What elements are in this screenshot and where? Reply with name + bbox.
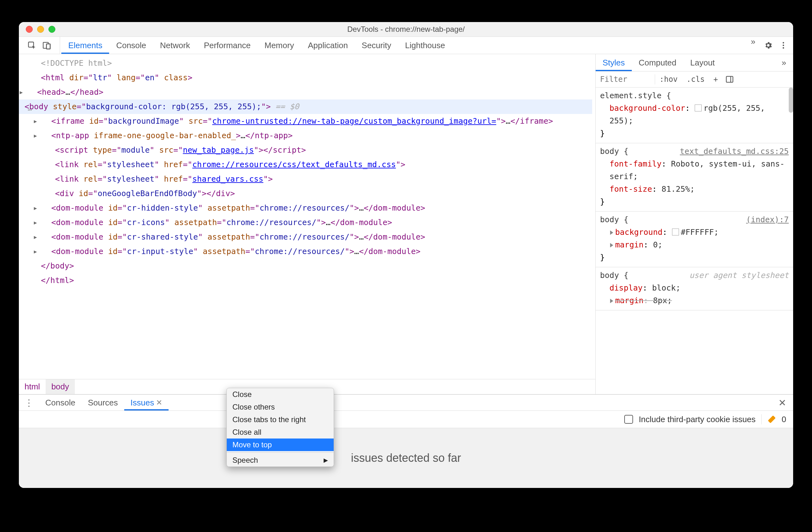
device-toggle-icon[interactable]	[42, 41, 52, 50]
close-window-icon[interactable]	[26, 26, 33, 33]
context-menu[interactable]: CloseClose othersClose tabs to the right…	[227, 388, 334, 467]
styles-tab-layout[interactable]: Layout	[683, 54, 722, 71]
close-tab-icon[interactable]: ✕	[156, 398, 162, 407]
window-title: DevTools - chrome://new-tab-page/	[19, 25, 793, 34]
dom-node[interactable]: <link rel="stylesheet" href="shared_vars…	[22, 172, 592, 186]
expand-caret-icon[interactable]	[31, 85, 37, 99]
dom-node[interactable]: <head>…</head>	[22, 85, 592, 99]
elements-panel: <!DOCTYPE html><html dir="ltr" lang="en"…	[19, 54, 596, 394]
drawer-tab-sources[interactable]: Sources	[82, 395, 124, 410]
tab-security[interactable]: Security	[355, 37, 398, 54]
expand-caret-icon[interactable]	[46, 201, 51, 215]
issues-body: issues detected so far	[19, 428, 793, 488]
drawer-close-icon[interactable]: ✕	[771, 397, 793, 408]
include-third-party-label: Include third-party cookie issues	[639, 415, 755, 424]
context-menu-item[interactable]: Move to top	[227, 438, 334, 451]
expand-caret-icon[interactable]	[19, 99, 25, 114]
css-rule[interactable]: body {(index):7background: #FFFFFF;margi…	[596, 212, 793, 267]
context-menu-item[interactable]: Close tabs to the right	[227, 413, 334, 426]
css-declaration[interactable]: margin: 0;	[609, 239, 789, 251]
svg-point-4	[783, 42, 784, 44]
rule-source-link[interactable]: text_defaults_md.css:25	[680, 145, 789, 158]
styles-tab-styles[interactable]: Styles	[596, 54, 632, 71]
tab-elements[interactable]: Elements	[61, 37, 109, 54]
context-menu-item[interactable]: Speech▶	[227, 454, 334, 466]
drawer-tab-console[interactable]: Console	[39, 395, 82, 410]
css-declaration[interactable]: margin: 8px;	[609, 294, 789, 307]
dom-node[interactable]: <script type="module" src="new_tab_page.…	[22, 143, 592, 157]
css-declaration[interactable]: font-size: 81.25%;	[609, 183, 789, 195]
include-third-party-checkbox[interactable]	[624, 415, 633, 424]
css-declaration[interactable]: display: block;	[609, 282, 789, 294]
expand-caret-icon[interactable]	[46, 114, 51, 128]
rule-source-link[interactable]: (index):7	[746, 213, 789, 226]
expand-caret-icon[interactable]	[46, 128, 51, 143]
issues-toolbar: Include third-party cookie issues 0	[19, 411, 793, 428]
expand-caret-icon[interactable]	[46, 230, 51, 244]
drawer: ⋮ ConsoleSourcesIssues✕ ✕ Include third-…	[19, 394, 793, 488]
expand-caret-icon[interactable]	[46, 215, 51, 230]
css-declaration[interactable]: font-family: Roboto, system-ui, sans-ser…	[609, 158, 789, 183]
tab-network[interactable]: Network	[153, 37, 197, 54]
tab-memory[interactable]: Memory	[258, 37, 301, 54]
tab-lighthouse[interactable]: Lighthouse	[398, 37, 452, 54]
styles-tab-computed[interactable]: Computed	[632, 54, 683, 71]
dom-node[interactable]: <html dir="ltr" lang="en" class>	[22, 71, 592, 85]
breadcrumb-html[interactable]: html	[19, 379, 46, 394]
minimize-window-icon[interactable]	[37, 26, 44, 33]
dom-node[interactable]: <ntp-app iframe-one-google-bar-enabled_>…	[22, 128, 592, 143]
settings-icon[interactable]	[764, 41, 773, 50]
dom-node[interactable]: <dom-module id="cr-icons" assetpath="chr…	[22, 215, 592, 230]
scrollbar-thumb[interactable]	[789, 87, 793, 113]
expand-caret-icon[interactable]	[46, 244, 51, 259]
drawer-tab-issues[interactable]: Issues✕	[124, 395, 169, 410]
tab-console[interactable]: Console	[109, 37, 153, 54]
dom-tree[interactable]: <!DOCTYPE html><html dir="ltr" lang="en"…	[19, 54, 595, 379]
svg-rect-2	[46, 44, 50, 49]
css-rule[interactable]: body {user agent stylesheetdisplay: bloc…	[596, 267, 793, 310]
inspect-element-icon[interactable]	[27, 41, 37, 50]
context-menu-item[interactable]: Close	[227, 388, 334, 401]
css-rule[interactable]: element.style {background-color: rgb(255…	[596, 87, 793, 143]
drawer-menu-icon[interactable]: ⋮	[19, 397, 39, 408]
maximize-window-icon[interactable]	[48, 26, 55, 33]
dom-node[interactable]: <link rel="stylesheet" href="chrome://re…	[22, 157, 592, 172]
dom-node[interactable]: <dom-module id="cr-hidden-style" assetpa…	[22, 201, 592, 215]
tab-application[interactable]: Application	[301, 37, 355, 54]
tab-performance[interactable]: Performance	[197, 37, 258, 54]
styles-tabs: StylesComputedLayout»	[596, 54, 793, 71]
kebab-menu-icon[interactable]	[779, 41, 788, 50]
css-declaration[interactable]: background: #FFFFFF;	[609, 226, 789, 239]
cls-toggle[interactable]: .cls	[682, 75, 709, 84]
issues-empty-text: issues detected so far	[351, 451, 461, 465]
context-menu-item[interactable]: Close others	[227, 401, 334, 413]
panel-body: <!DOCTYPE html><html dir="ltr" lang="en"…	[19, 54, 793, 394]
svg-rect-7	[726, 76, 733, 83]
svg-point-5	[783, 45, 784, 46]
dom-node[interactable]: <dom-module id="cr-input-style" assetpat…	[22, 244, 592, 259]
drawer-tabs: ⋮ ConsoleSourcesIssues✕ ✕	[19, 395, 793, 411]
sidebar-toggle-icon[interactable]	[725, 74, 734, 84]
submenu-arrow-icon: ▶	[323, 457, 328, 464]
styles-panel: StylesComputedLayout» :hov .cls + elemen…	[596, 54, 793, 394]
issues-warning-icon[interactable]	[767, 415, 776, 424]
styles-rules[interactable]: element.style {background-color: rgb(255…	[596, 87, 793, 394]
styles-filter-input[interactable]	[596, 75, 655, 84]
css-declaration[interactable]: background-color: rgb(255, 255, 255);	[609, 102, 789, 127]
dom-node[interactable]: <div id="oneGoogleBarEndOfBody"></div>	[22, 186, 592, 201]
dom-node[interactable]: <iframe id="backgroundImage" src="chrome…	[22, 114, 592, 128]
more-tabs-icon[interactable]: »	[748, 37, 758, 54]
svg-rect-9	[768, 416, 775, 423]
css-rule[interactable]: body {text_defaults_md.css:25font-family…	[596, 143, 793, 212]
dom-node[interactable]: </html>	[22, 273, 592, 288]
hov-toggle[interactable]: :hov	[655, 75, 682, 84]
dom-node[interactable]: </body>	[22, 259, 592, 273]
breadcrumb-body[interactable]: body	[46, 379, 74, 394]
styles-filter-bar: :hov .cls +	[596, 71, 793, 87]
context-menu-item[interactable]: Close all	[227, 426, 334, 438]
rule-source-link: user agent stylesheet	[690, 269, 789, 282]
dom-node[interactable]: <dom-module id="cr-shared-style" assetpa…	[22, 230, 592, 244]
new-rule-icon[interactable]: +	[709, 75, 722, 84]
styles-more-tabs-icon[interactable]: »	[775, 54, 793, 71]
dom-node[interactable]: ⋯<body style="background-color: rgb(255,…	[19, 99, 592, 114]
